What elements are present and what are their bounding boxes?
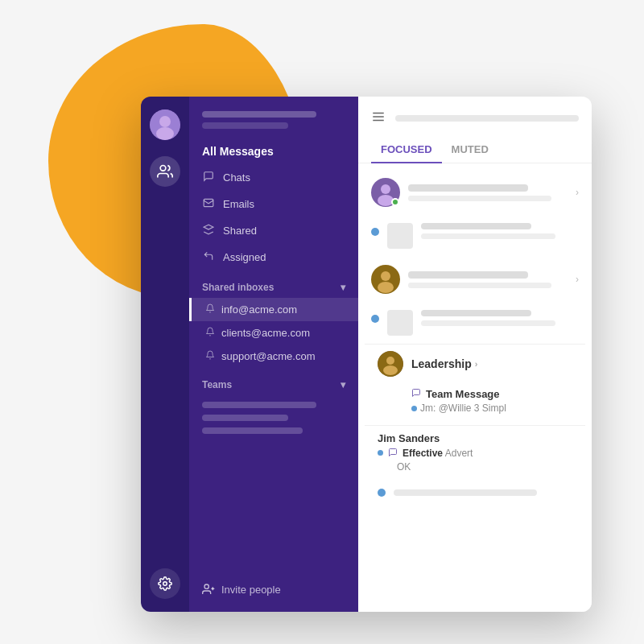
inbox-item-support[interactable]: support@acme.com bbox=[189, 345, 358, 368]
search-bar-placeholder bbox=[202, 111, 316, 118]
leadership-chevron-icon: › bbox=[475, 359, 478, 369]
team-bar-2 bbox=[202, 415, 288, 421]
jim-sanders-section[interactable]: Jim Sanders Effective Advert OK bbox=[365, 425, 585, 479]
inbox-item-info[interactable]: info@acme.com bbox=[189, 298, 358, 321]
all-messages-item[interactable]: All Messages bbox=[189, 138, 358, 164]
shared-inboxes-chevron-icon: ▾ bbox=[341, 282, 345, 293]
jim-sanders-name: Jim Sanders bbox=[378, 432, 572, 444]
unread-dot-2 bbox=[371, 315, 379, 323]
jim-bold-text: Effective bbox=[402, 448, 443, 459]
svg-point-19 bbox=[386, 357, 394, 365]
assigned-icon bbox=[202, 250, 215, 264]
jim-message-icon bbox=[388, 448, 398, 460]
shared-label: Shared bbox=[223, 225, 257, 237]
tabs-row: FOCUSED MUTED bbox=[358, 137, 592, 163]
conv-body-dot-2 bbox=[421, 310, 579, 326]
teams-header[interactable]: Teams ▾ bbox=[189, 368, 358, 395]
conv-msg-bar-1 bbox=[408, 196, 551, 201]
conv-body-2 bbox=[408, 271, 568, 288]
contacts-icon-btn[interactable] bbox=[150, 156, 180, 187]
online-indicator bbox=[391, 198, 399, 206]
jim-rest-text: Advert bbox=[443, 448, 473, 459]
svg-point-2 bbox=[156, 127, 174, 140]
nav-bottom: Invite people bbox=[189, 567, 358, 612]
hamburger-icon[interactable] bbox=[371, 109, 386, 127]
inbox-bell-icon-clients bbox=[205, 327, 215, 339]
teams-placeholders bbox=[189, 395, 358, 447]
nav-sidebar: All Messages Chats Emails bbox=[189, 97, 358, 612]
svg-point-6 bbox=[204, 584, 208, 588]
icon-sidebar bbox=[141, 97, 189, 612]
shared-nav-item[interactable]: Shared bbox=[189, 217, 358, 244]
conv-line2-1 bbox=[421, 233, 555, 239]
inbox-bell-icon bbox=[205, 303, 215, 316]
chats-icon bbox=[202, 171, 215, 184]
team-message-preview-text: Jm: @Willie 3 Simpl bbox=[420, 402, 506, 414]
app-container: All Messages Chats Emails bbox=[141, 97, 592, 612]
conv-avatar-2 bbox=[371, 265, 400, 294]
chats-nav-item[interactable]: Chats bbox=[189, 164, 358, 191]
conv-item-1[interactable]: › bbox=[365, 170, 585, 215]
unread-dot-1 bbox=[371, 228, 379, 236]
emails-nav-item[interactable]: Emails bbox=[189, 191, 358, 217]
conv-chevron-icon-1: › bbox=[576, 187, 579, 198]
settings-icon-btn[interactable] bbox=[150, 568, 180, 599]
svg-point-17 bbox=[378, 282, 394, 293]
shared-icon bbox=[202, 224, 215, 237]
assigned-label: Assigned bbox=[223, 251, 266, 263]
svg-point-16 bbox=[381, 271, 390, 281]
leadership-section: Leadership › Team Message bbox=[365, 344, 585, 425]
team-msg-icon bbox=[411, 388, 421, 400]
inbox-item-clients[interactable]: clients@acme.com bbox=[189, 321, 358, 345]
nav-header bbox=[189, 97, 358, 138]
svg-point-4 bbox=[163, 582, 167, 586]
jim-unread-dot bbox=[378, 450, 383, 456]
conv-avatar-1 bbox=[371, 178, 400, 207]
team-msg-unread-dot bbox=[411, 406, 417, 411]
bottom-conv-bar bbox=[394, 489, 537, 496]
inbox-email-clients: clients@acme.com bbox=[221, 327, 310, 339]
user-avatar[interactable] bbox=[150, 109, 180, 140]
conversation-list: › bbox=[358, 170, 592, 612]
conv-avatar-dot-2 bbox=[387, 310, 413, 336]
team-bar-3 bbox=[202, 427, 303, 434]
team-bar-1 bbox=[202, 402, 316, 408]
header-search-placeholder bbox=[395, 115, 579, 122]
inbox-email-support: support@acme.com bbox=[221, 350, 316, 362]
team-message-label: Team Message bbox=[426, 388, 500, 400]
leadership-avatar bbox=[378, 351, 403, 377]
invite-people-label: Invite people bbox=[221, 584, 281, 596]
conv-item-2[interactable]: › bbox=[365, 257, 585, 302]
tab-muted[interactable]: MUTED bbox=[442, 137, 498, 163]
conv-chevron-icon-2: › bbox=[576, 274, 579, 285]
teams-chevron-icon: ▾ bbox=[341, 379, 345, 390]
assigned-nav-item[interactable]: Assigned bbox=[189, 244, 358, 270]
emails-icon bbox=[202, 197, 215, 211]
conv-item-dot-1[interactable] bbox=[365, 215, 585, 257]
conv-avatar-dot-1 bbox=[387, 223, 413, 249]
emails-label: Emails bbox=[223, 198, 254, 210]
tab-focused[interactable]: FOCUSED bbox=[371, 137, 442, 163]
teams-label: Teams bbox=[202, 379, 232, 390]
shared-inboxes-header[interactable]: Shared inboxes ▾ bbox=[189, 270, 358, 298]
bottom-conv-placeholder bbox=[365, 479, 585, 506]
jim-preview-text: Effective Advert bbox=[402, 448, 473, 459]
right-header bbox=[358, 97, 592, 127]
team-message-item[interactable]: Team Message Jm: @Willie 3 Simpl bbox=[378, 383, 572, 419]
svg-rect-5 bbox=[204, 199, 213, 206]
conv-body-1 bbox=[408, 184, 568, 201]
jim-preview: Effective Advert bbox=[378, 448, 572, 460]
conv-line2-2 bbox=[421, 320, 555, 326]
leadership-title: Leadership › bbox=[411, 357, 477, 370]
conv-name-bar-2 bbox=[408, 271, 528, 279]
leadership-label: Leadership bbox=[411, 357, 472, 370]
chats-label: Chats bbox=[223, 171, 250, 184]
leadership-header[interactable]: Leadership › bbox=[378, 351, 572, 377]
team-message-preview: Jm: @Willie 3 Simpl bbox=[411, 402, 572, 414]
conv-name-bar-1 bbox=[408, 184, 528, 192]
jim-ok-text: OK bbox=[378, 461, 572, 473]
invite-people-btn[interactable]: Invite people bbox=[202, 576, 345, 602]
conv-item-dot-2[interactable] bbox=[365, 302, 585, 344]
svg-point-13 bbox=[381, 184, 390, 194]
bottom-bar-container bbox=[394, 489, 572, 496]
